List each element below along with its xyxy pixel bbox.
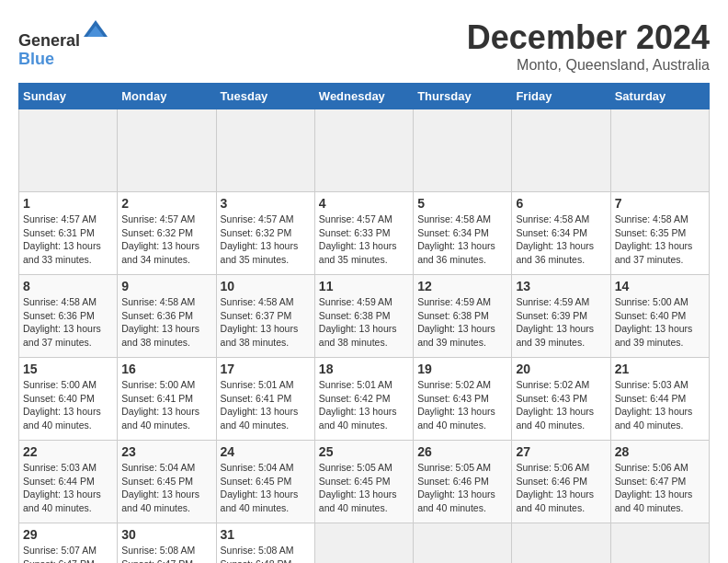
day-number: 31 (221, 527, 311, 542)
day-of-week-header: Sunday (19, 84, 118, 109)
day-number: 30 (121, 527, 211, 542)
calendar-cell (610, 523, 709, 564)
day-info: Sunrise: 5:01 AM Sunset: 6:41 PM Dayligh… (221, 378, 311, 432)
title-area: December 2024 Monto, Queensland, Austral… (467, 18, 710, 74)
calendar-cell: 24Sunrise: 5:04 AM Sunset: 6:45 PM Dayli… (216, 441, 314, 523)
day-number: 16 (121, 362, 211, 376)
calendar-cell: 1Sunrise: 4:57 AM Sunset: 6:31 PM Daylig… (19, 192, 118, 275)
day-number: 7 (615, 196, 705, 211)
day-info: Sunrise: 4:58 AM Sunset: 6:34 PM Dayligh… (417, 213, 507, 267)
day-info: Sunrise: 5:05 AM Sunset: 6:45 PM Dayligh… (319, 461, 409, 515)
calendar-cell (512, 523, 610, 564)
calendar-cell: 19Sunrise: 5:02 AM Sunset: 6:43 PM Dayli… (414, 358, 512, 441)
day-number: 4 (319, 196, 409, 211)
calendar-cell: 11Sunrise: 4:59 AM Sunset: 6:38 PM Dayli… (314, 275, 413, 358)
day-info: Sunrise: 5:04 AM Sunset: 6:45 PM Dayligh… (121, 461, 211, 515)
calendar-week-row: 29Sunrise: 5:07 AM Sunset: 6:47 PM Dayli… (19, 523, 710, 564)
calendar-week-row: 8Sunrise: 4:58 AM Sunset: 6:36 PM Daylig… (19, 275, 710, 358)
day-info: Sunrise: 5:08 AM Sunset: 6:47 PM Dayligh… (121, 544, 211, 563)
logo-general: General (18, 31, 80, 50)
calendar-week-row (19, 109, 710, 192)
calendar-cell: 20Sunrise: 5:02 AM Sunset: 6:43 PM Dayli… (512, 358, 610, 441)
calendar-cell (19, 109, 118, 192)
day-of-week-header: Monday (118, 84, 216, 109)
day-info: Sunrise: 4:57 AM Sunset: 6:32 PM Dayligh… (121, 213, 211, 267)
calendar-cell: 23Sunrise: 5:04 AM Sunset: 6:45 PM Dayli… (118, 441, 216, 523)
calendar-cell (610, 109, 709, 192)
day-number: 11 (319, 279, 409, 293)
day-info: Sunrise: 5:00 AM Sunset: 6:40 PM Dayligh… (23, 378, 113, 432)
calendar-cell: 25Sunrise: 5:05 AM Sunset: 6:45 PM Dayli… (314, 441, 413, 523)
calendar-cell: 22Sunrise: 5:03 AM Sunset: 6:44 PM Dayli… (19, 441, 118, 523)
day-number: 25 (319, 444, 409, 459)
calendar-cell: 17Sunrise: 5:01 AM Sunset: 6:41 PM Dayli… (216, 358, 314, 441)
calendar-week-row: 15Sunrise: 5:00 AM Sunset: 6:40 PM Dayli… (19, 358, 710, 441)
day-info: Sunrise: 5:01 AM Sunset: 6:42 PM Dayligh… (319, 378, 409, 432)
calendar-cell: 6Sunrise: 4:58 AM Sunset: 6:34 PM Daylig… (512, 192, 610, 275)
day-number: 1 (23, 196, 113, 211)
day-info: Sunrise: 5:02 AM Sunset: 6:43 PM Dayligh… (417, 378, 507, 432)
day-of-week-header: Wednesday (314, 84, 413, 109)
day-of-week-header: Thursday (414, 84, 512, 109)
day-number: 21 (615, 362, 705, 376)
day-info: Sunrise: 5:06 AM Sunset: 6:47 PM Dayligh… (615, 461, 705, 515)
day-of-week-header: Friday (512, 84, 610, 109)
day-of-week-header: Saturday (610, 84, 709, 109)
day-info: Sunrise: 5:03 AM Sunset: 6:44 PM Dayligh… (23, 461, 113, 515)
day-info: Sunrise: 5:04 AM Sunset: 6:45 PM Dayligh… (221, 461, 311, 515)
location-title: Monto, Queensland, Australia (467, 57, 710, 74)
calendar-cell: 31Sunrise: 5:08 AM Sunset: 6:48 PM Dayli… (216, 523, 314, 564)
logo-blue: Blue (18, 50, 54, 68)
logo: General Blue (18, 18, 109, 69)
calendar-cell: 18Sunrise: 5:01 AM Sunset: 6:42 PM Dayli… (314, 358, 413, 441)
day-number: 19 (417, 362, 507, 376)
day-info: Sunrise: 5:00 AM Sunset: 6:40 PM Dayligh… (615, 295, 705, 350)
calendar-cell: 14Sunrise: 5:00 AM Sunset: 6:40 PM Dayli… (610, 275, 709, 358)
day-number: 2 (121, 196, 211, 211)
day-info: Sunrise: 4:57 AM Sunset: 6:33 PM Dayligh… (319, 213, 409, 267)
day-info: Sunrise: 5:02 AM Sunset: 6:43 PM Dayligh… (516, 378, 606, 432)
day-number: 17 (221, 362, 311, 376)
day-number: 27 (516, 444, 606, 459)
calendar-cell: 3Sunrise: 4:57 AM Sunset: 6:32 PM Daylig… (216, 192, 314, 275)
day-number: 10 (221, 279, 311, 293)
day-number: 9 (121, 279, 211, 293)
header: General Blue December 2024 Monto, Queens… (18, 18, 710, 74)
calendar-cell: 13Sunrise: 4:59 AM Sunset: 6:39 PM Dayli… (512, 275, 610, 358)
calendar-cell (414, 109, 512, 192)
day-number: 22 (23, 444, 113, 459)
calendar-cell: 10Sunrise: 4:58 AM Sunset: 6:37 PM Dayli… (216, 275, 314, 358)
calendar-cell: 26Sunrise: 5:05 AM Sunset: 6:46 PM Dayli… (414, 441, 512, 523)
day-info: Sunrise: 5:08 AM Sunset: 6:48 PM Dayligh… (221, 544, 311, 563)
day-info: Sunrise: 4:59 AM Sunset: 6:38 PM Dayligh… (417, 295, 507, 350)
logo-icon (82, 18, 109, 46)
day-info: Sunrise: 4:57 AM Sunset: 6:32 PM Dayligh… (221, 213, 311, 267)
day-info: Sunrise: 4:58 AM Sunset: 6:34 PM Dayligh… (516, 213, 606, 267)
day-info: Sunrise: 5:03 AM Sunset: 6:44 PM Dayligh… (615, 378, 705, 432)
calendar-cell (314, 109, 413, 192)
calendar-cell: 30Sunrise: 5:08 AM Sunset: 6:47 PM Dayli… (118, 523, 216, 564)
day-number: 3 (221, 196, 311, 211)
calendar-cell: 9Sunrise: 4:58 AM Sunset: 6:36 PM Daylig… (118, 275, 216, 358)
calendar-cell: 12Sunrise: 4:59 AM Sunset: 6:38 PM Dayli… (414, 275, 512, 358)
day-number: 29 (23, 527, 113, 542)
day-info: Sunrise: 4:58 AM Sunset: 6:35 PM Dayligh… (615, 213, 705, 267)
calendar-cell: 7Sunrise: 4:58 AM Sunset: 6:35 PM Daylig… (610, 192, 709, 275)
day-info: Sunrise: 5:05 AM Sunset: 6:46 PM Dayligh… (417, 461, 507, 515)
calendar-cell (118, 109, 216, 192)
calendar-cell: 2Sunrise: 4:57 AM Sunset: 6:32 PM Daylig… (118, 192, 216, 275)
day-number: 24 (221, 444, 311, 459)
day-number: 6 (516, 196, 606, 211)
day-number: 5 (417, 196, 507, 211)
calendar-cell: 5Sunrise: 4:58 AM Sunset: 6:34 PM Daylig… (414, 192, 512, 275)
day-info: Sunrise: 5:07 AM Sunset: 6:47 PM Dayligh… (23, 544, 113, 563)
day-number: 28 (615, 444, 705, 459)
day-number: 23 (121, 444, 211, 459)
calendar-cell (314, 523, 413, 564)
day-info: Sunrise: 4:57 AM Sunset: 6:31 PM Dayligh… (23, 213, 113, 267)
day-info: Sunrise: 4:59 AM Sunset: 6:39 PM Dayligh… (516, 295, 606, 350)
day-of-week-header: Tuesday (216, 84, 314, 109)
day-number: 20 (516, 362, 606, 376)
month-title: December 2024 (467, 18, 710, 57)
calendar-cell: 21Sunrise: 5:03 AM Sunset: 6:44 PM Dayli… (610, 358, 709, 441)
